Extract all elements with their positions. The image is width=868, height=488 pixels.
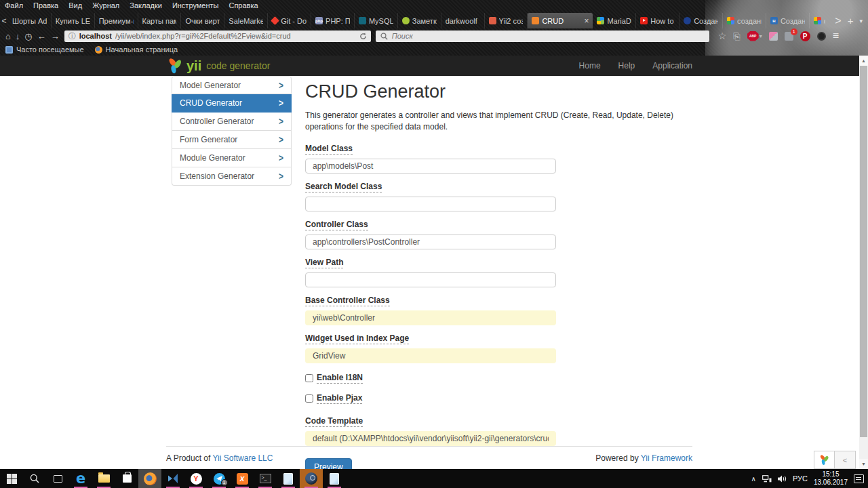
taskbar-clock[interactable]: 15:15 13.06.2017 <box>814 470 848 487</box>
pinterest-icon[interactable]: P <box>800 31 810 41</box>
tab[interactable]: Купить LEGO ! <box>52 13 95 28</box>
back-button[interactable]: ← <box>37 32 46 41</box>
tab[interactable]: создание С <box>723 13 766 28</box>
scroll-up-icon[interactable]: ▲ <box>859 56 868 66</box>
adblock-plus-icon[interactable]: ABP▾ <box>747 31 762 41</box>
menu-edit[interactable]: Правка <box>33 1 58 9</box>
menu-view[interactable]: Вид <box>68 1 82 9</box>
tab-active-crud[interactable]: CRUD × <box>528 13 593 28</box>
speaker-icon[interactable] <box>778 475 787 483</box>
tab[interactable]: Yii2 создан <box>485 13 528 28</box>
bookmarks-sidebar-icon[interactable]: ⎘ <box>733 32 740 41</box>
taskbar-steam-active[interactable] <box>300 469 323 488</box>
search-bar[interactable]: Поиск <box>376 30 709 42</box>
taskbar-xampp[interactable]: x <box>231 469 254 488</box>
sidebar-item-crud-generator[interactable]: CRUD Generator> <box>172 94 292 113</box>
tab[interactable]: H Создание <box>766 13 810 28</box>
sidebar-item-module-generator[interactable]: Module Generator> <box>172 149 292 167</box>
steam-icon <box>305 472 317 485</box>
controller-class-input[interactable] <box>305 235 556 249</box>
enable-i18n-checkbox[interactable] <box>305 374 313 382</box>
nav-link-help[interactable]: Help <box>618 61 635 70</box>
brand[interactable]: yii code generator <box>166 57 270 75</box>
action-center-icon[interactable] <box>854 474 864 483</box>
gii-panel-toggle-icon[interactable]: < <box>835 451 856 469</box>
new-tab-button[interactable]: + <box>848 15 854 26</box>
nav-link-application[interactable]: Application <box>652 61 692 70</box>
view-path-input[interactable] <box>305 272 556 287</box>
extension-icon[interactable] <box>769 32 778 41</box>
taskbar-windows-store[interactable] <box>115 469 138 488</box>
tab[interactable]: MySQL En <box>355 13 398 28</box>
bookmark-most-visited[interactable]: Часто посещаемые <box>5 45 84 54</box>
scroll-down-icon[interactable]: ▼ <box>859 459 868 469</box>
menu-tools[interactable]: Инструменты <box>172 1 219 9</box>
sidebar-item-form-generator[interactable]: Form Generator> <box>172 131 292 149</box>
menu-help[interactable]: Справка <box>229 1 258 9</box>
forward-button[interactable]: → <box>51 32 60 41</box>
tab[interactable]: Карты памяти <box>138 13 182 28</box>
model-class-input[interactable] <box>305 159 556 174</box>
tab[interactable]: Шорты Adidas <box>8 13 52 28</box>
network-icon[interactable] <box>762 475 772 483</box>
tab[interactable]: MariaDB П <box>593 13 636 28</box>
tab-scroll-left-icon[interactable]: < <box>0 13 8 28</box>
taskbar-document-app-2[interactable] <box>323 469 346 488</box>
bookmark-home-page[interactable]: Начальная страница <box>95 45 178 54</box>
tab[interactable]: How to use <box>636 13 679 28</box>
extension-dark-icon[interactable] <box>817 32 826 41</box>
start-button[interactable] <box>0 469 23 488</box>
search-model-class-input[interactable] <box>305 197 556 211</box>
history-icon[interactable]: ◷ <box>24 32 32 41</box>
scrollbar-thumb[interactable] <box>860 66 867 437</box>
taskbar-yandex-browser[interactable]: Y <box>184 469 208 488</box>
tab[interactable]: php PHP: Прос <box>311 13 355 28</box>
index-widget-input[interactable] <box>305 348 556 363</box>
menu-hamburger-icon[interactable]: ≡ <box>833 30 839 41</box>
taskbar-document-app[interactable] <box>277 469 300 488</box>
tab[interactable]: с <box>810 13 829 28</box>
gii-logo-icon[interactable] <box>814 451 835 469</box>
tab[interactable]: darkwoolf <box>441 13 485 28</box>
tab-list-dropdown-icon[interactable]: ▾ <box>859 18 863 24</box>
url-bar[interactable]: ⓘ localhost /yii/web/index.php?r=gii%2Fd… <box>64 30 371 42</box>
site-info-icon[interactable]: ⓘ <box>68 31 76 41</box>
taskbar-telegram[interactable]: 1 <box>208 469 231 488</box>
code-template-input[interactable] <box>305 431 556 446</box>
taskbar-visual-studio[interactable] <box>161 469 184 488</box>
enable-pjax-checkbox[interactable] <box>305 394 313 403</box>
menu-file[interactable]: Файл <box>5 1 23 9</box>
reload-icon[interactable] <box>359 33 367 40</box>
base-controller-class-input[interactable] <box>305 310 556 325</box>
taskbar-command-prompt[interactable]: >_ <box>254 469 277 488</box>
downloads-icon[interactable]: ↓ <box>16 32 20 41</box>
sidebar-item-controller-generator[interactable]: Controller Generator> <box>172 113 292 131</box>
language-indicator[interactable]: РУС <box>793 474 808 483</box>
tab[interactable]: Git - Down <box>268 13 311 28</box>
taskbar-search-button[interactable] <box>23 469 46 488</box>
taskbar-file-explorer[interactable] <box>92 469 115 488</box>
sidebar-item-extension-generator[interactable]: Extension Generator> <box>172 167 292 186</box>
menu-bookmarks[interactable]: Закладки <box>130 1 162 9</box>
tab[interactable]: Премиум-под <box>95 13 138 28</box>
footer-link-yii-software[interactable]: Yii Software LLC <box>213 453 273 463</box>
tab[interactable]: Создание <box>679 13 723 28</box>
tab-close-icon[interactable]: × <box>584 17 589 25</box>
footer-link-yii-framework[interactable]: Yii Framework <box>641 453 692 463</box>
taskbar-edge[interactable]: e <box>69 469 92 488</box>
gii-favicon-icon <box>532 17 539 24</box>
tab[interactable]: SaleMarket <box>224 13 268 28</box>
task-view-button[interactable] <box>46 469 69 488</box>
tray-hidden-icons-chevron[interactable]: ∧ <box>751 475 756 483</box>
home-icon[interactable]: ⌂ <box>5 32 11 41</box>
tab[interactable]: Очки виртуал <box>181 13 224 28</box>
tab-scroll-right-icon[interactable]: > <box>835 15 841 27</box>
page-scrollbar[interactable]: ▲ ▼ <box>859 56 868 469</box>
sidebar-item-model-generator[interactable]: Model Generator> <box>172 76 292 94</box>
tab[interactable]: Заметки п <box>398 13 441 28</box>
nav-link-home[interactable]: Home <box>579 61 601 70</box>
taskbar-firefox-active[interactable] <box>138 469 161 488</box>
notifications-extension-icon[interactable]: 1 <box>785 32 793 41</box>
menu-history[interactable]: Журнал <box>92 1 119 9</box>
bookmark-star-icon[interactable]: ☆ <box>718 31 727 41</box>
